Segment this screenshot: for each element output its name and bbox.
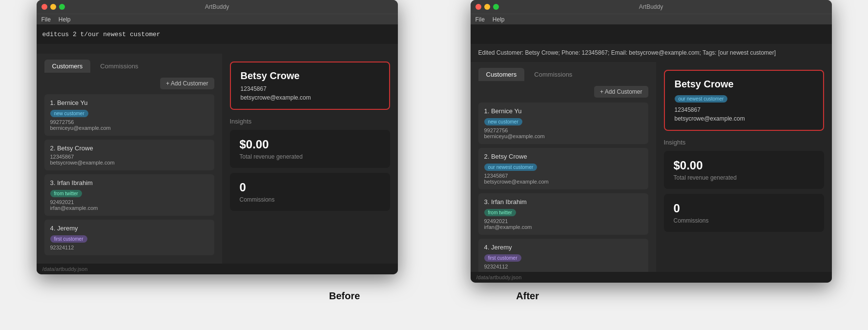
insights-title-after: Insights: [664, 139, 824, 146]
commissions-count-before: 0: [240, 181, 380, 194]
customer-card-4-before[interactable]: 4. Jeremy first customer 92324112: [44, 220, 214, 255]
output-after: Edited Customer: Betsy Crowe; Phone: 123…: [471, 44, 832, 62]
customer-name-1-before: 1. Bernice Yu: [50, 99, 208, 106]
detail-phone-after: 12345867: [675, 106, 813, 113]
commissions-count-after: 0: [674, 202, 814, 215]
customer-email-3-before: irfan@example.com: [50, 205, 208, 211]
title-bar-before: ArtBuddy: [37, 0, 398, 14]
main-content-before: Customers Commissions + Add Customer 1. …: [37, 54, 398, 264]
menu-file-before[interactable]: File: [41, 16, 51, 23]
menu-help-after[interactable]: Help: [493, 16, 505, 23]
status-text-before: /data/artbuddy.json: [42, 266, 88, 272]
insights-after: Insights $0.00 Total revenue generated 0…: [656, 139, 832, 232]
customer-phone-1-before: 99272756: [50, 119, 208, 125]
commissions-card-after: 0 Commissions: [664, 194, 824, 232]
customer-card-4-after[interactable]: 4. Jeremy first customer 92324112: [478, 239, 648, 272]
menu-bar-after: File Help: [471, 14, 832, 24]
customer-card-1-before[interactable]: 1. Bernice Yu new customer 99272756 bern…: [44, 94, 214, 136]
close-button-after[interactable]: [475, 4, 481, 10]
menu-bar-before: File Help: [37, 14, 398, 24]
right-panel-before: Betsy Crowe 12345867 betsycrowe@example.…: [222, 54, 398, 264]
tab-commissions-before[interactable]: Commissions: [92, 60, 146, 73]
terminal-before[interactable]: editcus 2 t/our newest customer: [37, 24, 398, 44]
tab-commissions-after[interactable]: Commissions: [526, 68, 580, 81]
revenue-card-before: $0.00 Total revenue generated: [230, 130, 390, 168]
customer-tag-4-before: first customer: [50, 235, 87, 243]
customer-phone-4-before: 92324112: [50, 245, 208, 250]
right-panel-after: Betsy Crowe our newest customer 12345867…: [656, 62, 832, 272]
revenue-amount-after: $0.00: [674, 159, 814, 172]
detail-card-after: Betsy Crowe our newest customer 12345867…: [664, 70, 824, 131]
commissions-card-before: 0 Commissions: [230, 173, 390, 211]
customer-email-2-before: betsycrowe@example.com: [50, 160, 208, 165]
customer-card-1-after[interactable]: 1. Bernice Yu new customer 99272756 bern…: [478, 103, 648, 144]
after-label: After: [516, 290, 539, 302]
maximize-button-after[interactable]: [493, 4, 499, 10]
customer-card-2-before[interactable]: 2. Betsy Crowe 12345867 betsycrowe@examp…: [44, 140, 214, 170]
app-title-after: ArtBuddy: [639, 3, 663, 10]
customer-name-2-before: 2. Betsy Crowe: [50, 144, 208, 152]
customer-card-2-after[interactable]: 2. Betsy Crowe our newest customer 12345…: [478, 148, 648, 189]
customer-list-after: 1. Bernice Yu new customer 99272756 bern…: [471, 103, 656, 272]
before-label: Before: [329, 290, 360, 302]
insights-title-before: Insights: [230, 118, 390, 125]
customer-tag-4-after: first customer: [484, 254, 521, 262]
detail-email-after: betsycrowe@example.com: [675, 115, 813, 122]
customer-list-before: 1. Bernice Yu new customer 99272756 bern…: [37, 94, 222, 264]
status-bar-after: /data/artbuddy.json: [471, 272, 832, 283]
tab-customers-after[interactable]: Customers: [478, 68, 525, 81]
label-row: Before After: [0, 290, 868, 302]
minimize-button[interactable]: [50, 4, 56, 10]
customer-card-3-before[interactable]: 3. Irfan Ibrahim from twitter 92492021 i…: [44, 174, 214, 216]
maximize-button[interactable]: [59, 4, 65, 10]
customer-name-2-after: 2. Betsy Crowe: [484, 153, 642, 160]
detail-tag-after: our newest customer: [675, 95, 728, 103]
customer-name-1-after: 1. Bernice Yu: [484, 107, 642, 115]
title-bar-after: ArtBuddy: [471, 0, 832, 14]
customer-tag-2-after: our newest customer: [484, 164, 537, 171]
close-button[interactable]: [41, 4, 47, 10]
traffic-lights-after: [475, 4, 499, 10]
add-customer-row-before: + Add Customer: [37, 73, 222, 94]
customer-email-2-after: betsycrowe@example.com: [484, 179, 642, 185]
tabs-before: Customers Commissions: [37, 54, 222, 73]
add-customer-button-after[interactable]: + Add Customer: [594, 86, 648, 98]
terminal-text-before: editcus 2 t/our newest customer: [42, 31, 161, 38]
app-title-before: ArtBuddy: [205, 3, 229, 10]
status-bar-before: /data/artbuddy.json: [37, 264, 398, 274]
revenue-label-before: Total revenue generated: [240, 153, 380, 160]
customer-name-4-before: 4. Jeremy: [50, 225, 208, 232]
menu-help-before[interactable]: Help: [59, 16, 71, 23]
customer-name-3-before: 3. Irfan Ibrahim: [50, 179, 208, 186]
status-text-after: /data/artbuddy.json: [476, 274, 522, 280]
revenue-amount-before: $0.00: [240, 138, 380, 151]
traffic-lights-before: [41, 4, 65, 10]
customer-email-1-after: berniceyu@example.com: [484, 133, 642, 139]
detail-email-before: betsycrowe@example.com: [241, 94, 379, 101]
customer-phone-2-after: 12345867: [484, 173, 642, 179]
commissions-label-after: Commissions: [674, 217, 814, 224]
add-customer-button-before[interactable]: + Add Customer: [160, 78, 214, 89]
menu-file-after[interactable]: File: [475, 16, 485, 23]
customer-phone-2-before: 12345867: [50, 154, 208, 160]
insights-before: Insights $0.00 Total revenue generated 0…: [222, 118, 398, 211]
customer-email-3-after: irfan@example.com: [484, 224, 642, 230]
detail-name-before: Betsy Crowe: [241, 70, 379, 82]
customer-name-4-after: 4. Jeremy: [484, 244, 642, 251]
revenue-card-after: $0.00 Total revenue generated: [664, 151, 824, 189]
customer-tag-1-before: new customer: [50, 110, 88, 117]
tab-customers-before[interactable]: Customers: [44, 60, 91, 73]
minimize-button-after[interactable]: [484, 4, 490, 10]
left-panel-before: Customers Commissions + Add Customer 1. …: [37, 54, 222, 264]
terminal-after[interactable]: [471, 24, 832, 44]
main-content-after: Customers Commissions + Add Customer 1. …: [471, 62, 832, 272]
commissions-label-before: Commissions: [240, 196, 380, 203]
left-panel-after: Customers Commissions + Add Customer 1. …: [471, 62, 656, 272]
customer-phone-3-after: 92492021: [484, 218, 642, 224]
customer-card-3-after[interactable]: 3. Irfan Ibrahim from twitter 92492021 i…: [478, 193, 648, 235]
detail-card-before: Betsy Crowe 12345867 betsycrowe@example.…: [230, 62, 390, 110]
add-customer-row-after: + Add Customer: [471, 81, 656, 103]
customer-email-1-before: berniceyu@example.com: [50, 125, 208, 131]
output-text-after: Edited Customer: Betsy Crowe; Phone: 123…: [478, 49, 776, 57]
detail-phone-before: 12345867: [241, 85, 379, 92]
